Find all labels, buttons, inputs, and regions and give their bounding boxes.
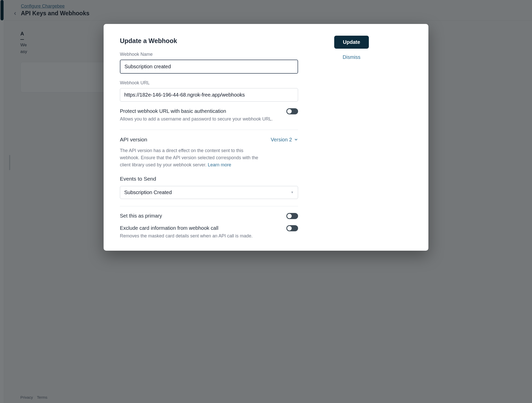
events-label: Events to Send bbox=[120, 176, 298, 182]
divider-2 bbox=[120, 206, 298, 206]
dismiss-button[interactable]: Dismiss bbox=[343, 54, 360, 60]
basic-auth-description: Allows you to add a username and passwor… bbox=[120, 116, 273, 123]
chevron-down-icon bbox=[294, 138, 298, 142]
primary-toggle[interactable] bbox=[286, 213, 298, 219]
exclude-card-description: Removes the masked card details sent whe… bbox=[120, 233, 253, 239]
basic-auth-title: Protect webhook URL with basic authentic… bbox=[120, 108, 273, 114]
webhook-url-input[interactable] bbox=[120, 88, 298, 102]
api-version-value: Version 2 bbox=[271, 137, 292, 143]
api-version-select[interactable]: Version 2 bbox=[271, 137, 298, 143]
exclude-card-title: Exclude card information from webhook ca… bbox=[120, 225, 253, 231]
update-webhook-modal: Update a Webhook Webhook Name Webhook UR… bbox=[104, 24, 428, 251]
api-version-description: The API version has a direct effect on t… bbox=[120, 147, 262, 169]
divider bbox=[120, 130, 298, 130]
events-select[interactable]: Subscription Created ▼ bbox=[120, 186, 298, 199]
primary-title: Set this as primary bbox=[120, 213, 162, 219]
learn-more-link[interactable]: Learn more bbox=[208, 162, 231, 167]
api-version-label: API version bbox=[120, 137, 147, 143]
caret-down-icon: ▼ bbox=[291, 191, 294, 194]
exclude-card-toggle[interactable] bbox=[286, 225, 298, 231]
webhook-name-input[interactable] bbox=[120, 60, 298, 74]
webhook-name-label: Webhook Name bbox=[120, 52, 298, 57]
update-button[interactable]: Update bbox=[334, 36, 369, 49]
modal-title: Update a Webhook bbox=[120, 37, 298, 45]
basic-auth-toggle[interactable] bbox=[286, 108, 298, 114]
webhook-url-label: Webhook URL bbox=[120, 80, 298, 86]
events-value: Subscription Created bbox=[124, 190, 172, 195]
